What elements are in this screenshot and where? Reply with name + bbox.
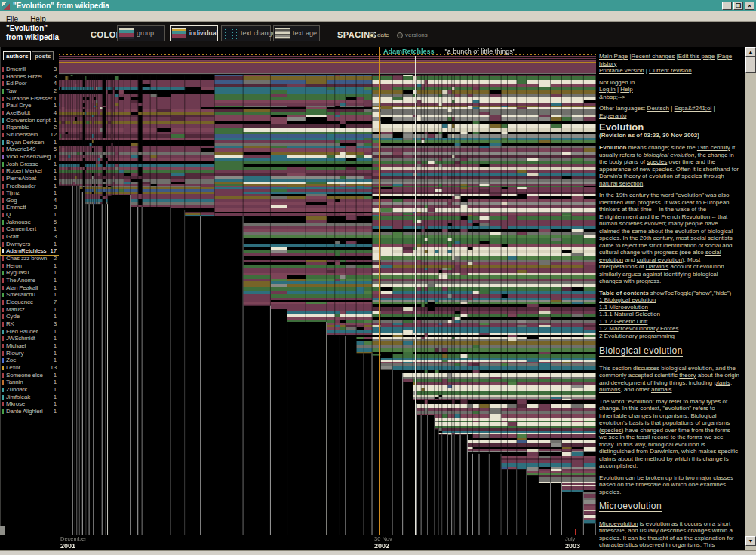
scroll-down-icon[interactable]: ▼ bbox=[745, 536, 756, 546]
article-link[interactable]: Espa&#241;ol bbox=[675, 105, 712, 112]
color-mode-text-age[interactable]: text age bbox=[273, 25, 320, 41]
author-row[interactable]: Tijmz1 bbox=[1, 189, 60, 197]
toc-link[interactable]: 2 Evolutionary programming bbox=[599, 333, 739, 340]
article-link[interactable]: Log in bbox=[599, 86, 616, 93]
article-link[interactable]: Esperanto bbox=[599, 112, 626, 119]
article-link[interactable]: species bbox=[601, 427, 622, 434]
author-row[interactable]: JWSchmidt1 bbox=[1, 335, 60, 342]
author-row[interactable]: Gog4 bbox=[1, 197, 60, 204]
author-row[interactable]: Robert Merkel1 bbox=[1, 167, 60, 175]
scrollbar-thumb[interactable] bbox=[745, 57, 756, 73]
author-row[interactable]: The Anome1 bbox=[1, 277, 60, 284]
author-row[interactable]: Tannin1 bbox=[1, 379, 60, 386]
close-button[interactable]: × bbox=[745, 2, 754, 10]
tab-posts[interactable]: posts bbox=[32, 51, 54, 60]
author-row[interactable]: Dante Alighieri1 bbox=[1, 408, 60, 415]
article-link[interactable]: Current revision bbox=[649, 67, 691, 74]
author-row[interactable]: Q1 bbox=[1, 211, 60, 219]
article-link[interactable]: Recent changes bbox=[632, 53, 675, 60]
maximize-button[interactable]: ❏ bbox=[733, 2, 743, 10]
author-row[interactable]: Heron1 bbox=[1, 262, 60, 270]
author-row[interactable]: AxelBoldt4 bbox=[1, 109, 60, 117]
author-row[interactable]: Fred Bauder1 bbox=[1, 328, 60, 336]
tab-authors[interactable]: authors bbox=[3, 51, 31, 60]
author-row[interactable]: Alan Peakall1 bbox=[1, 284, 60, 292]
article-link[interactable]: Help bbox=[620, 86, 632, 93]
author-row[interactable]: Graft3 bbox=[1, 233, 60, 241]
author-row[interactable]: Camembert1 bbox=[1, 225, 60, 233]
author-row[interactable]: Lexor13 bbox=[1, 364, 60, 372]
author-row[interactable]: Eloquence7 bbox=[1, 299, 60, 306]
author-row[interactable]: Ryguasu1 bbox=[1, 269, 60, 277]
author-row[interactable]: Vicki Rosenzweig1 bbox=[1, 153, 60, 161]
author-row[interactable]: RK3 bbox=[1, 320, 60, 328]
toc-toggle[interactable]: showTocToggle("show","hide") bbox=[649, 290, 732, 296]
author-row[interactable]: Zundark1 bbox=[1, 386, 60, 394]
author-row[interactable]: Emmett3 bbox=[1, 204, 60, 211]
toc-link[interactable]: 1 Biological evolution bbox=[599, 296, 739, 304]
article-link[interactable]: animals bbox=[651, 386, 672, 393]
article-link[interactable]: Darwin's bbox=[646, 263, 668, 270]
toc-link[interactable]: 1.1 Microevolution bbox=[599, 304, 739, 311]
article-link[interactable]: plants bbox=[715, 379, 730, 386]
article-link[interactable]: species bbox=[647, 158, 667, 165]
article-link[interactable]: cultural evolution bbox=[637, 256, 682, 263]
spacing-option-date[interactable]: date bbox=[369, 32, 389, 38]
author-row[interactable]: Fredbauder1 bbox=[1, 182, 60, 190]
author-row[interactable]: Rlowry1 bbox=[1, 350, 60, 357]
color-mode-text-changes[interactable]: text changes bbox=[221, 25, 271, 41]
author-row[interactable]: Slrubenstein12 bbox=[1, 131, 60, 139]
author-row[interactable]: Conversion script1 bbox=[1, 117, 60, 124]
article-link[interactable]: Printable version bbox=[599, 67, 644, 74]
article-link[interactable]: Microevolution bbox=[599, 520, 638, 527]
toc-link[interactable]: 1.1.1 Natural Selection bbox=[599, 311, 739, 318]
author-row[interactable]: Josh Grosse1 bbox=[1, 161, 60, 168]
author-row[interactable]: Chas zzz brown2 bbox=[1, 255, 60, 262]
author-row[interactable]: Suzanne Elsasser1 bbox=[1, 95, 60, 103]
author-name: Tannin bbox=[6, 379, 23, 386]
spacing-option-versions[interactable]: versions bbox=[397, 32, 428, 38]
scroll-up-icon[interactable]: ▲ bbox=[745, 47, 756, 57]
article-link[interactable]: natural selection bbox=[599, 180, 643, 187]
author-row[interactable]: Rgamble2 bbox=[1, 124, 60, 131]
author-row[interactable]: Dmerrill3 bbox=[1, 66, 60, 73]
author-row[interactable]: Michael1 bbox=[1, 342, 60, 350]
author-row[interactable]: Smelialichu1 bbox=[1, 291, 60, 299]
author-row[interactable]: Jimfbleak1 bbox=[1, 394, 60, 401]
author-row[interactable]: Cyde1 bbox=[1, 313, 60, 320]
article-link[interactable]: humans bbox=[599, 386, 620, 393]
article-link[interactable]: Edit this page bbox=[678, 53, 715, 60]
author-row[interactable]: Paul Drye1 bbox=[1, 102, 60, 109]
scrollbar[interactable]: ▲ ▼ bbox=[745, 47, 756, 550]
minimize-button[interactable]: _ bbox=[722, 2, 732, 10]
color-mode-group[interactable]: group bbox=[117, 25, 165, 41]
author-row[interactable]: Matusz1 bbox=[1, 306, 60, 314]
author-row[interactable]: Dwmyers1 bbox=[1, 241, 60, 248]
author-row[interactable]: Bryan Derksen1 bbox=[1, 139, 60, 146]
toc-link[interactable]: 1.2 Macroevolutionary Forces bbox=[599, 325, 739, 333]
article-link[interactable]: Main Page bbox=[599, 53, 628, 60]
author-row[interactable]: Mkrose1 bbox=[1, 400, 60, 408]
author-row[interactable]: Maveric1495 bbox=[1, 146, 60, 153]
article-paragraph: Evolution means change; since the 19th c… bbox=[599, 144, 739, 187]
title-bar[interactable]: "Evolution" from wikipedia _❏× bbox=[0, 0, 756, 11]
history-flow-visualization[interactable] bbox=[59, 47, 596, 535]
article-link[interactable]: fossil record bbox=[636, 434, 668, 440]
article-link[interactable]: biological evolution bbox=[644, 152, 695, 158]
author-row[interactable]: Taw2 bbox=[1, 87, 60, 95]
author-row[interactable]: AdamRetchless17 bbox=[1, 247, 60, 255]
author-row[interactable]: Hannes Hirzel3 bbox=[1, 73, 60, 81]
article-link[interactable]: theory of evolution bbox=[624, 173, 673, 179]
author-row[interactable]: Someone else1 bbox=[1, 372, 60, 379]
author-row[interactable]: Zoe1 bbox=[1, 357, 60, 364]
article-link[interactable]: Darwin's bbox=[599, 173, 622, 179]
author-row[interactable]: Jaknouse5 bbox=[1, 219, 60, 226]
author-row[interactable]: Ed Poor4 bbox=[1, 80, 60, 87]
article-link[interactable]: Deutsch bbox=[647, 105, 669, 112]
toc-link[interactable]: 1.1.2 Genetic Drift bbox=[599, 318, 739, 326]
color-mode-individual[interactable]: individual bbox=[170, 25, 218, 41]
author-row[interactable]: PierreAbbat1 bbox=[1, 175, 60, 182]
article-link[interactable]: species bbox=[681, 173, 702, 179]
article-link[interactable]: 19th century bbox=[697, 144, 730, 151]
article-link[interactable]: theory bbox=[679, 372, 696, 379]
